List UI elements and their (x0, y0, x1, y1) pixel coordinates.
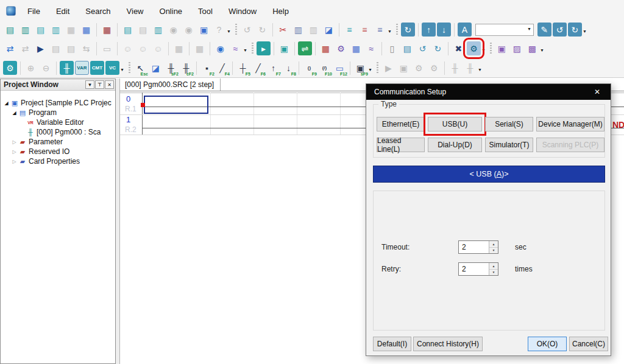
close-icon[interactable]: ✕ (592, 86, 603, 97)
expand-closed-icon[interactable]: ▷ (11, 159, 18, 164)
online-undo-icon[interactable]: ↺ (553, 23, 567, 37)
communication-settings-icon[interactable]: ⚙ (467, 41, 481, 55)
settings-gear-icon[interactable]: ⚙ (334, 41, 348, 55)
select-esc-icon[interactable]: ↖Esc (133, 61, 147, 75)
retry-input[interactable]: 2 ▲▼ (458, 262, 498, 276)
trend-monitor-dropdown-icon[interactable]: ▼ (243, 48, 247, 52)
vertical-closed-f6-icon[interactable]: ╱F6 (251, 61, 265, 75)
erase-icon[interactable]: ◪ (322, 23, 336, 37)
help-dropdown-icon[interactable]: ▼ (227, 29, 231, 33)
add-item-icon[interactable]: ▤ (121, 23, 135, 37)
zoom-out-icon[interactable]: ⊖ (39, 61, 53, 75)
menu-search[interactable]: Search (77, 4, 118, 18)
retry-value[interactable]: 2 (459, 263, 489, 275)
save-icon[interactable]: ▦ (64, 23, 78, 37)
timeout-value[interactable]: 2 (459, 241, 489, 253)
cut-icon[interactable]: ✂ (276, 23, 290, 37)
ld-view-icon[interactable]: ⚙ (3, 61, 17, 75)
menu-view[interactable]: View (119, 4, 152, 18)
type-device-manager-button[interactable]: Device Manager(M) (536, 117, 604, 131)
line-options-icon[interactable]: ≡ (373, 23, 387, 37)
new-document-icon[interactable]: ▤ (34, 23, 48, 37)
timeout-spin-up-icon[interactable]: ▲ (489, 241, 498, 248)
compare-offline-icon[interactable]: ⇄ (18, 41, 32, 55)
trend-chart-icon[interactable]: ≈ (364, 41, 378, 55)
expand-closed-icon[interactable]: ▷ (11, 139, 18, 145)
circle-question-icon[interactable]: ◉ (182, 23, 196, 37)
module-folder-icon[interactable]: ▨ (510, 41, 524, 55)
vertical-open-f5-icon[interactable]: ┼F5 (236, 61, 250, 75)
coil-closed-f10-icon[interactable]: (/)F10 (317, 61, 332, 75)
write-to-plc-icon[interactable]: ↓ (437, 23, 451, 37)
module-stack-dropdown-icon[interactable]: ▼ (540, 48, 544, 52)
project-add-icon[interactable]: ▤ (49, 41, 63, 55)
panel-splitter[interactable] (116, 79, 120, 364)
delete-line-icon[interactable]: ≡ (358, 23, 372, 37)
online-edit-icon[interactable]: ✎ (537, 23, 551, 37)
user-permission-icon[interactable]: ☺ (151, 41, 165, 55)
menu-window[interactable]: Window (221, 4, 264, 18)
rising-edge-f7-icon[interactable]: ↑F7 (266, 61, 280, 75)
view-ld-icon[interactable]: ╫ (60, 61, 74, 75)
compile-icon[interactable]: ▣ (397, 61, 411, 75)
doc-undo-icon[interactable]: ↺ (416, 41, 430, 55)
tree-item-card-properties[interactable]: ▷▰Card Properties (1, 156, 115, 166)
type-dial-up-button[interactable]: Dial-Up(D) (428, 138, 482, 152)
communication-settings-dropdown-icon[interactable]: ▼ (481, 48, 486, 52)
transfer-run-icon[interactable]: ▶ (34, 41, 48, 55)
compare-projects-icon[interactable]: ⇄ (3, 41, 17, 55)
copy-icon[interactable]: ▥ (291, 23, 305, 37)
tree-item-program[interactable]: ◢▤Program (1, 108, 115, 117)
menu-file[interactable]: File (20, 4, 48, 18)
online-target-combobox[interactable]: ▼ (475, 24, 534, 36)
monitor-grid-icon[interactable]: ▦ (100, 23, 114, 37)
run-icon[interactable]: ▶ (381, 61, 395, 75)
module-stack-icon[interactable]: ▩ (525, 41, 539, 55)
type-leased-line-button[interactable]: Leased Line(L) (377, 138, 425, 152)
menu-help[interactable]: Help (264, 4, 297, 18)
doc-write-all-icon[interactable]: ▤ (400, 41, 414, 55)
doc-blank-icon[interactable]: ▯ (385, 41, 399, 55)
force-contact-off-icon[interactable]: ╫ (463, 61, 477, 75)
tree-item-parameter[interactable]: ▷▰Parameter (1, 137, 115, 147)
tree-item-pgm000[interactable]: ╫[000] Pgm000 : Sca (1, 127, 115, 137)
module-remove-icon[interactable]: ▦ (319, 41, 333, 55)
trend-monitor-icon[interactable]: ≈ (229, 41, 243, 55)
project-delete-icon[interactable]: ▤ (64, 41, 78, 55)
tree-item-reserved-io[interactable]: ▷▰Reserved IO (1, 147, 115, 156)
tools-icon[interactable]: ✖ (452, 41, 466, 55)
module-box-icon[interactable]: ▣ (495, 41, 509, 55)
network-globe-icon[interactable]: ◉ (213, 41, 227, 55)
usb-connection-bar[interactable]: < USB (A)> (373, 166, 605, 183)
panel-close-icon[interactable]: ✕ (105, 80, 114, 89)
open-project-icon[interactable]: ▥ (18, 23, 32, 37)
expand-open-icon[interactable]: ◢ (11, 110, 18, 116)
panel-dropdown-icon[interactable]: ▼ (85, 80, 94, 89)
plc-information-icon[interactable]: ▦ (193, 41, 207, 55)
undo-icon[interactable]: ↺ (240, 23, 254, 37)
contact-closed-f4-icon[interactable]: ╱F4 (215, 61, 229, 75)
connect-history-button[interactable]: Connect History(H) (413, 337, 483, 351)
contact-open-f2-icon[interactable]: ▪F2 (200, 61, 214, 75)
contact-cf2-icon[interactable]: ╫cF2 (179, 61, 193, 75)
export-item-icon[interactable]: ▥ (151, 23, 165, 37)
falling-edge-f8-icon[interactable]: ↓F8 (282, 61, 296, 75)
view-vc-icon[interactable]: VC (105, 61, 119, 75)
retry-spin-up-icon[interactable]: ▲ (489, 263, 498, 270)
cancel-button[interactable]: Cancel(C) (569, 337, 608, 351)
online-redo-dropdown-icon[interactable]: ▼ (583, 29, 587, 33)
zoom-in-icon[interactable]: ⊕ (24, 61, 38, 75)
tree-item-variable-editor[interactable]: VRVariable Editor (1, 117, 115, 127)
plc-sync-icon[interactable]: ↻ (401, 23, 415, 37)
timeout-input[interactable]: 2 ▲▼ (458, 240, 498, 254)
cursor-cell[interactable] (144, 96, 208, 114)
retry-spin-down-icon[interactable]: ▼ (489, 270, 498, 276)
user-login-icon[interactable]: ☺ (121, 41, 135, 55)
open-document-icon[interactable]: ▥ (49, 23, 63, 37)
build-icon[interactable]: ⚙ (412, 61, 426, 75)
paste-icon[interactable]: ▥ (307, 23, 321, 37)
type-ethernet-button[interactable]: Ethernet(E) (377, 117, 425, 131)
editor-tab-pgm000[interactable]: [000] Pgm000.SRC [2 step] (120, 79, 221, 91)
network-switch-icon[interactable]: ⇌ (298, 41, 312, 55)
new-project-icon[interactable]: ▤ (3, 23, 17, 37)
